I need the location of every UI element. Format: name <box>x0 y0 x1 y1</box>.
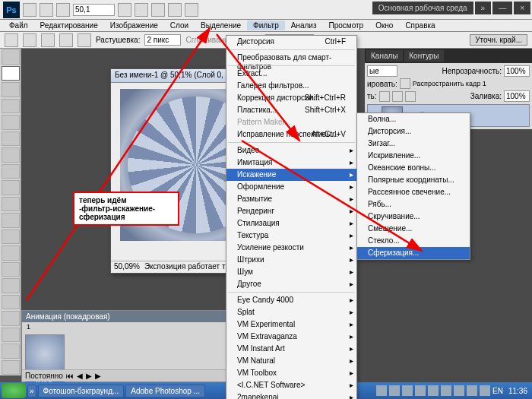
menu-item[interactable]: Extract... <box>226 68 356 80</box>
tool-icon[interactable] <box>56 3 70 17</box>
tray-icon[interactable] <box>480 385 490 396</box>
refine-edge-button[interactable]: Уточн. край... <box>470 34 527 46</box>
submenu-item[interactable]: Дисторсия... <box>357 125 470 138</box>
feather-input[interactable] <box>144 34 181 46</box>
submenu-item[interactable]: Полярные координаты... <box>357 174 470 186</box>
submenu-item[interactable]: Рассеянное свечение... <box>357 186 470 198</box>
menu-item[interactable]: VM Natural▸ <box>226 355 356 367</box>
marquee-icon[interactable] <box>5 33 18 47</box>
lang-indicator[interactable]: EN <box>492 387 503 395</box>
minimize-button[interactable]: — <box>492 2 512 14</box>
menu-item[interactable]: Искажение▸ <box>226 169 356 181</box>
menu-item[interactable]: <I.C.NET Software>▸ <box>226 379 356 391</box>
zoom-icon[interactable] <box>135 3 148 17</box>
menu-выделение[interactable]: Выделение <box>195 21 247 30</box>
loop-select[interactable]: Постоянно <box>25 372 63 380</box>
menu-справка[interactable]: Справка <box>399 21 441 30</box>
workspace-button[interactable]: Основная рабочая среда <box>372 2 473 14</box>
brush-tool[interactable] <box>2 164 20 179</box>
submenu-item[interactable]: Искривление... <box>357 150 470 162</box>
prev-icon[interactable]: ◀ <box>77 372 83 380</box>
sel-int-icon[interactable] <box>78 33 91 47</box>
heal-tool[interactable] <box>2 147 20 163</box>
arrange-icon[interactable] <box>168 3 182 17</box>
menu-item[interactable]: Штрихи▸ <box>226 254 356 266</box>
menu-item[interactable]: Eye Candy 4000▸ <box>226 294 356 306</box>
fill-input[interactable] <box>504 90 530 102</box>
move-tool[interactable] <box>2 49 20 65</box>
sel-sub-icon[interactable] <box>59 33 73 47</box>
menu-item[interactable]: VM Extravaganza▸ <box>226 331 356 343</box>
menu-фильтр[interactable]: Фильтр <box>247 21 285 30</box>
task-button[interactable]: Фотошоп-бэкграунд... <box>38 385 125 397</box>
lock-icon[interactable] <box>400 78 410 89</box>
tray-icon[interactable] <box>415 385 426 396</box>
animation-frame[interactable] <box>25 334 65 374</box>
sel-new-icon[interactable] <box>23 33 36 47</box>
shape-tool[interactable] <box>2 328 20 343</box>
quicklaunch[interactable]: » <box>27 385 36 397</box>
lock-all-icon[interactable] <box>405 91 416 102</box>
menu-item[interactable]: 2manekenai▸ <box>226 391 356 399</box>
menu-item[interactable]: Шум▸ <box>226 266 356 278</box>
menu-item[interactable]: Усиление резкости▸ <box>226 242 356 254</box>
tray-icon[interactable] <box>467 385 477 396</box>
menu-item[interactable]: Размытие▸ <box>226 193 356 205</box>
tray-icon[interactable] <box>454 385 464 396</box>
submenu-item[interactable]: Скручивание... <box>357 211 470 223</box>
menu-item[interactable]: Коррекция дисторсии...Shift+Ctrl+R <box>226 92 356 104</box>
tray-icon[interactable] <box>441 385 451 396</box>
menu-item-repeat[interactable]: ДисторсияCtrl+F <box>226 36 356 48</box>
stamp-tool[interactable] <box>2 180 20 195</box>
submenu-item[interactable]: Рябь... <box>357 198 470 211</box>
next-icon[interactable]: ▶ <box>95 372 101 380</box>
menu-item[interactable]: Видео▸ <box>226 144 356 157</box>
pen-tool[interactable] <box>2 278 20 293</box>
menu-item[interactable]: Pattern Maker... <box>226 116 356 128</box>
rewind-icon[interactable]: ⏮ <box>66 372 74 380</box>
menu-item[interactable]: Пластика...Shift+Ctrl+X <box>226 104 356 116</box>
lasso-tool[interactable] <box>2 82 20 97</box>
dodge-tool[interactable] <box>2 262 20 277</box>
menu-item[interactable]: Галерея фильтров... <box>226 80 356 92</box>
task-button[interactable]: Adobe Photoshop ... <box>125 385 205 397</box>
chevron-right-icon[interactable]: » <box>475 2 492 14</box>
hand-icon[interactable] <box>118 3 131 17</box>
screen-icon[interactable] <box>185 3 198 17</box>
submenu-item[interactable]: Сферизация... <box>357 247 470 259</box>
menu-анализ[interactable]: Анализ <box>285 21 323 30</box>
path-tool[interactable] <box>2 311 20 326</box>
menu-файл[interactable]: Файл <box>3 21 34 30</box>
clock[interactable]: 11:36 <box>505 387 530 395</box>
tool-icon[interactable] <box>23 3 36 17</box>
marquee-tool[interactable] <box>2 66 20 81</box>
menu-item[interactable]: Рендеринг▸ <box>226 205 356 217</box>
blur-tool[interactable] <box>2 245 20 261</box>
menu-item[interactable]: Исправление перспективы...Alt+Ctrl+V <box>226 128 356 141</box>
tray-icon[interactable] <box>428 385 439 396</box>
submenu-item[interactable]: Смещение... <box>357 223 470 235</box>
menu-item[interactable]: VM Toolbox▸ <box>226 367 356 379</box>
eraser-tool[interactable] <box>2 213 20 228</box>
tab-paths[interactable]: Контуры <box>404 50 443 62</box>
submenu-item[interactable]: Зигзаг... <box>357 138 470 150</box>
menu-item[interactable]: Splat▸ <box>226 306 356 318</box>
gradient-tool[interactable] <box>2 230 20 245</box>
menu-окно[interactable]: Окно <box>369 21 399 30</box>
start-button[interactable] <box>2 383 26 398</box>
menu-item[interactable]: Стилизация▸ <box>226 217 356 230</box>
crop-tool[interactable] <box>2 115 20 130</box>
menu-просмотр[interactable]: Просмотр <box>322 21 369 30</box>
sel-add-icon[interactable] <box>41 33 55 47</box>
menu-item-smart[interactable]: Преобразовать для смарт-фильтров <box>226 52 356 64</box>
opacity-input[interactable] <box>504 65 530 77</box>
lock-pix-icon[interactable] <box>379 91 390 102</box>
rotate-icon[interactable] <box>151 3 165 17</box>
tray-icon[interactable] <box>376 385 387 396</box>
history-brush-tool[interactable] <box>2 197 20 212</box>
status-zoom[interactable]: 50,09% <box>114 262 140 272</box>
menu-item[interactable]: VM Experimental▸ <box>226 318 356 331</box>
menu-item[interactable]: Имитация▸ <box>226 157 356 169</box>
tray-icon[interactable] <box>389 385 400 396</box>
blend-mode-select[interactable] <box>367 65 397 77</box>
